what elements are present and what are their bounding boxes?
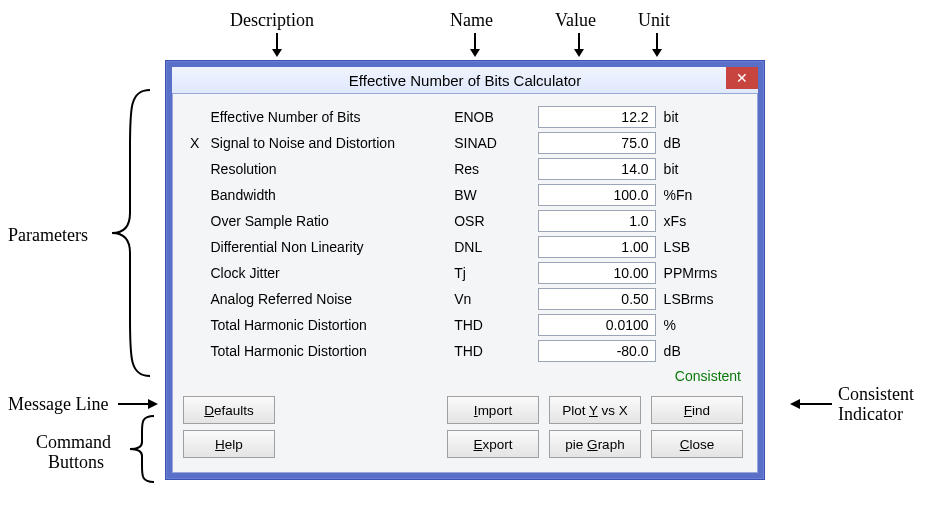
message-line: Consistent [183,364,743,390]
param-mark [183,208,207,234]
param-mark [183,156,207,182]
param-name: Vn [450,286,533,312]
param-mark [183,234,207,260]
anno-message-line: Message Line [8,394,108,415]
param-value-input[interactable] [538,132,656,154]
param-description: Bandwidth [207,182,451,208]
brace-icon [120,414,160,487]
parameters-table: Effective Number of BitsENOBbitXSignal t… [183,104,743,364]
param-value-input[interactable] [538,340,656,362]
anno-parameters: Parameters [8,225,88,246]
param-name: THD [450,312,533,338]
param-row: ResolutionResbit [183,156,743,182]
param-value-input[interactable] [538,262,656,284]
param-description: Effective Number of Bits [207,104,451,130]
anno-consistent-l1: Consistent [838,384,914,405]
titlebar: Effective Number of Bits Calculator ✕ [172,67,758,93]
help-button[interactable]: Help [183,430,275,458]
param-mark [183,260,207,286]
param-unit: PPMrms [660,260,743,286]
client-area: Effective Number of BitsENOBbitXSignal t… [172,93,758,473]
param-unit: bit [660,104,743,130]
param-value-input[interactable] [538,288,656,310]
close-button[interactable]: Close [651,430,743,458]
param-unit: bit [660,156,743,182]
param-name: SINAD [450,130,533,156]
param-row: Effective Number of BitsENOBbit [183,104,743,130]
param-unit: %Fn [660,182,743,208]
svg-marker-3 [470,49,480,57]
param-description: Clock Jitter [207,260,451,286]
param-value-input[interactable] [538,314,656,336]
dialog-window: Effective Number of Bits Calculator ✕ Ef… [165,60,765,480]
anno-command-buttons-l2: Buttons [48,452,104,473]
param-row: Total Harmonic DistortionTHDdB [183,338,743,364]
arrow-down-icon [270,33,284,57]
close-window-button[interactable]: ✕ [726,67,758,89]
window-title: Effective Number of Bits Calculator [349,72,581,89]
svg-marker-11 [790,399,800,409]
param-mark [183,312,207,338]
param-description: Over Sample Ratio [207,208,451,234]
param-name: Res [450,156,533,182]
arrow-left-icon [788,397,832,411]
anno-value: Value [555,10,596,31]
param-description: Differential Non Linearity [207,234,451,260]
arrow-right-icon [118,397,158,411]
param-unit: LSBrms [660,286,743,312]
param-description: Total Harmonic Distortion [207,312,451,338]
find-button[interactable]: Find [651,396,743,424]
param-value-input[interactable] [538,184,656,206]
export-button[interactable]: Export [447,430,539,458]
plot-button[interactable]: Plot Y vs X [549,396,641,424]
anno-command-buttons-l1: Command [36,432,111,453]
arrow-down-icon [650,33,664,57]
status-indicator: Consistent [675,368,741,384]
param-row: Total Harmonic DistortionTHD% [183,312,743,338]
svg-marker-5 [574,49,584,57]
anno-description: Description [230,10,314,31]
param-name: OSR [450,208,533,234]
defaults-button[interactable]: Defaults [183,396,275,424]
param-unit: dB [660,338,743,364]
import-button[interactable]: Import [447,396,539,424]
param-unit: % [660,312,743,338]
param-unit: dB [660,130,743,156]
param-value-input[interactable] [538,106,656,128]
param-mark [183,182,207,208]
anno-unit: Unit [638,10,670,31]
param-value-input[interactable] [538,236,656,258]
param-mark [183,286,207,312]
brace-icon [100,88,160,381]
pie-graph-button[interactable]: pie Graph [549,430,641,458]
param-row: Differential Non LinearityDNLLSB [183,234,743,260]
param-description: Analog Referred Noise [207,286,451,312]
param-row: BandwidthBW%Fn [183,182,743,208]
param-description: Resolution [207,156,451,182]
svg-marker-1 [272,49,282,57]
arrow-down-icon [572,33,586,57]
param-value-input[interactable] [538,210,656,232]
param-unit: xFs [660,208,743,234]
param-name: DNL [450,234,533,260]
param-name: THD [450,338,533,364]
svg-marker-9 [148,399,158,409]
param-mark [183,104,207,130]
param-unit: LSB [660,234,743,260]
param-name: ENOB [450,104,533,130]
param-row: Analog Referred NoiseVnLSBrms [183,286,743,312]
param-value-input[interactable] [538,158,656,180]
svg-marker-7 [652,49,662,57]
param-name: Tj [450,260,533,286]
param-name: BW [450,182,533,208]
param-description: Signal to Noise and Distortion [207,130,451,156]
param-description: Total Harmonic Distortion [207,338,451,364]
param-row: Clock JitterTjPPMrms [183,260,743,286]
close-icon: ✕ [736,71,748,85]
anno-consistent-l2: Indicator [838,404,903,425]
param-mark [183,338,207,364]
arrow-down-icon [468,33,482,57]
param-row: Over Sample RatioOSRxFs [183,208,743,234]
anno-name: Name [450,10,493,31]
param-row: XSignal to Noise and DistortionSINADdB [183,130,743,156]
